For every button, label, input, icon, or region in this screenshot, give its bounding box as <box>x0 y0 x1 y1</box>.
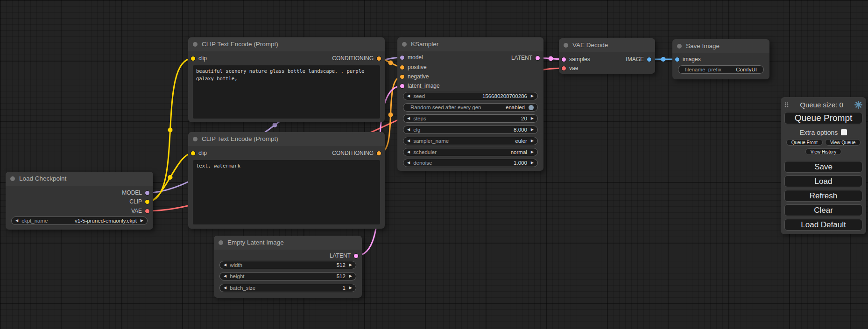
input-port-dot[interactable] <box>400 65 404 70</box>
output-port-dot[interactable] <box>145 191 149 195</box>
input-port-model: model <box>397 54 423 61</box>
widget-value: 1 <box>342 285 345 291</box>
stepper-right-arrow-icon[interactable]: ▶ <box>349 274 352 278</box>
port-label: LATENT <box>330 252 351 259</box>
stepper-right-arrow-icon[interactable]: ▶ <box>531 150 534 154</box>
queue-front-button[interactable]: Queue Front <box>786 139 823 146</box>
node-clip-text-encode-positive[interactable]: CLIP Text Encode (Prompt)clipCONDITIONIN… <box>188 37 385 122</box>
widget-sampler-name[interactable]: ◀sampler_nameeuler▶ <box>403 137 538 145</box>
widget-label: steps <box>413 116 426 121</box>
node-clip-text-encode-negative[interactable]: CLIP Text Encode (Prompt)clipCONDITIONIN… <box>188 132 385 229</box>
stepper-right-arrow-icon[interactable]: ▶ <box>349 286 352 290</box>
refresh-button[interactable]: Refresh <box>784 190 862 202</box>
output-port-LATENT: LATENT <box>330 252 362 259</box>
output-port-dot[interactable] <box>354 254 358 258</box>
widget-width[interactable]: ◀width512▶ <box>219 261 356 269</box>
input-port-dot[interactable] <box>191 56 195 61</box>
stepper-left-arrow-icon[interactable]: ◀ <box>407 128 410 132</box>
extra-options-checkbox[interactable] <box>841 129 847 135</box>
load-button[interactable]: Load <box>784 175 862 187</box>
stepper-right-arrow-icon[interactable]: ▶ <box>531 94 534 98</box>
widget-scheduler[interactable]: ◀schedulernormal▶ <box>403 148 538 156</box>
widget-seed[interactable]: ◀seed156680208700286▶ <box>403 92 538 100</box>
stepper-left-arrow-icon[interactable]: ◀ <box>407 117 410 120</box>
stepper-right-arrow-icon[interactable]: ▶ <box>531 128 534 132</box>
load-default-button[interactable]: Load Default <box>784 219 862 231</box>
stepper-left-arrow-icon[interactable]: ◀ <box>407 94 410 98</box>
node-collapse-dot[interactable] <box>219 240 223 245</box>
stepper-left-arrow-icon[interactable]: ◀ <box>407 161 410 165</box>
stepper-left-arrow-icon[interactable]: ◀ <box>407 139 410 143</box>
node-vae-decode[interactable]: VAE DecodesamplesvaeIMAGE <box>559 38 655 74</box>
stepper-right-arrow-icon[interactable]: ▶ <box>531 139 534 143</box>
stepper-left-arrow-icon[interactable]: ◀ <box>224 286 226 290</box>
input-port-dot[interactable] <box>400 75 404 79</box>
widget-Random seed after every gen[interactable]: Random seed after every genenabled <box>403 103 538 112</box>
input-port-dot[interactable] <box>191 151 195 155</box>
stepper-left-arrow-icon[interactable]: ◀ <box>224 274 226 278</box>
port-label: LATENT <box>511 55 532 61</box>
stepper-right-arrow-icon[interactable]: ▶ <box>531 117 534 120</box>
settings-gear-icon[interactable] <box>854 101 862 109</box>
link-midpoint-dot <box>273 123 277 127</box>
output-port-dot[interactable] <box>536 56 540 60</box>
port-label: IMAGE <box>626 56 644 63</box>
stepper-left-arrow-icon[interactable]: ◀ <box>407 150 410 154</box>
output-port-dot[interactable] <box>647 57 651 62</box>
output-port-dot[interactable] <box>377 151 381 155</box>
widget-height[interactable]: ◀height512▶ <box>219 272 356 280</box>
node-collapse-dot[interactable] <box>193 42 198 47</box>
clear-button[interactable]: Clear <box>784 204 862 216</box>
output-port-dot[interactable] <box>145 200 149 204</box>
widget-batch-size[interactable]: ◀batch_size1▶ <box>219 284 356 292</box>
node-collapse-dot[interactable] <box>10 176 15 181</box>
drag-handle-icon[interactable] <box>784 102 789 108</box>
widget-label: height <box>230 273 244 279</box>
input-port-dot[interactable] <box>400 84 404 88</box>
output-port-dot[interactable] <box>145 209 149 213</box>
widget-ckpt-name[interactable]: ◀ckpt_namev1-5-pruned-emaonly.ckpt▶ <box>11 217 148 225</box>
node-save-image[interactable]: Save Imageimagesfilename_prefixComfyUI <box>672 39 769 79</box>
node-empty-latent-image[interactable]: Empty Latent ImageLATENT◀width512▶◀heigh… <box>214 236 362 298</box>
widget-filename-prefix[interactable]: filename_prefixComfyUI <box>678 65 764 74</box>
node-collapse-dot[interactable] <box>193 137 198 141</box>
output-port-CONDITIONING: CONDITIONING <box>332 55 385 62</box>
node-collapse-dot[interactable] <box>402 42 407 47</box>
input-port-dot[interactable] <box>562 57 566 62</box>
input-port-dot[interactable] <box>400 56 404 60</box>
graph-canvas[interactable]: Queue size: 0 Queue Prompt Extra options… <box>0 0 868 329</box>
widget-denoise[interactable]: ◀denoise1.000▶ <box>403 159 538 167</box>
stepper-right-arrow-icon[interactable]: ▶ <box>349 263 352 267</box>
input-port-clip: clip <box>188 55 207 62</box>
prompt-textarea[interactable]: beautiful scenery nature glass bottle la… <box>193 65 380 119</box>
node-load-checkpoint[interactable]: Load CheckpointMODELCLIPVAE◀ckpt_namev1-… <box>6 172 153 230</box>
port-label: model <box>408 54 423 61</box>
widget-steps[interactable]: ◀steps20▶ <box>403 114 538 123</box>
input-port-dot[interactable] <box>675 57 679 62</box>
node-title-label: VAE Decode <box>572 42 608 49</box>
widget-cfg[interactable]: ◀cfg8.000▶ <box>403 126 538 134</box>
widget-value: 20 <box>521 116 527 121</box>
stepper-right-arrow-icon[interactable]: ▶ <box>141 219 143 223</box>
queue-prompt-button[interactable]: Queue Prompt <box>784 112 862 124</box>
stepper-left-arrow-icon[interactable]: ◀ <box>15 219 18 223</box>
queue-panel[interactable]: Queue size: 0 Queue Prompt Extra options… <box>781 97 866 234</box>
output-port-dot[interactable] <box>377 56 381 61</box>
port-label: samples <box>569 56 590 63</box>
node-collapse-dot[interactable] <box>564 43 568 48</box>
node-ksampler[interactable]: KSamplermodelpositivenegativelatent_imag… <box>397 37 543 171</box>
view-queue-button[interactable]: View Queue <box>825 139 861 146</box>
extra-options-label: Extra options <box>800 129 838 136</box>
node-title-bar: VAE Decode <box>559 38 655 52</box>
queue-panel-header: Queue size: 0 <box>784 100 862 109</box>
port-label: VAE <box>131 208 142 214</box>
node-collapse-dot[interactable] <box>677 44 682 49</box>
prompt-textarea[interactable]: text, watermark <box>193 160 380 224</box>
stepper-right-arrow-icon[interactable]: ▶ <box>531 161 534 165</box>
toggle-knob[interactable] <box>529 105 534 110</box>
input-port-dot[interactable] <box>562 66 566 70</box>
stepper-left-arrow-icon[interactable]: ◀ <box>224 263 226 267</box>
port-label: vae <box>569 65 578 71</box>
view-history-button[interactable]: View History <box>805 148 841 155</box>
save-button[interactable]: Save <box>784 161 862 173</box>
